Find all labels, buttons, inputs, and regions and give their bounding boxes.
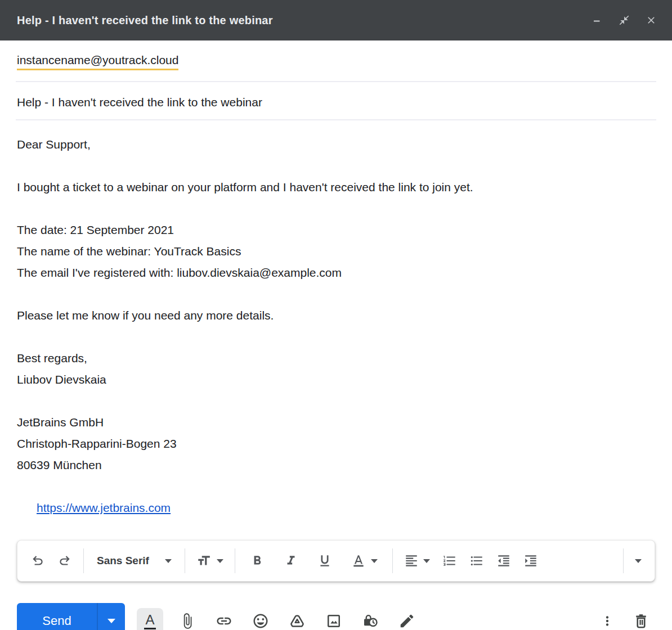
send-button[interactable]: Send [17, 603, 97, 630]
minimize-icon[interactable] [591, 14, 603, 26]
discard-draft-button[interactable] [628, 608, 654, 630]
insert-link-button[interactable] [210, 608, 237, 630]
font-family-menu[interactable]: Sans Serif [89, 546, 180, 575]
undo-button[interactable] [24, 546, 51, 575]
body-text-line: I bought a ticket to a webinar on your p… [17, 177, 655, 198]
more-formatting-button[interactable] [629, 546, 648, 575]
body-text-line: The email I've registered with: liubov.d… [17, 262, 655, 284]
body-text-line: Dear Support, [17, 134, 655, 155]
bold-button[interactable] [240, 546, 274, 575]
text-color-icon [351, 554, 366, 568]
toolbar-divider [83, 548, 84, 573]
indent-more-button[interactable] [517, 546, 544, 575]
chevron-down-icon [217, 559, 223, 563]
indent-less-button[interactable] [490, 546, 517, 575]
formatting-toolbar: Sans Serif [17, 540, 655, 582]
text-size-menu[interactable] [190, 546, 230, 575]
insert-photo-button[interactable] [320, 608, 347, 630]
underline-icon [317, 554, 332, 568]
chevron-down-icon [165, 559, 172, 563]
attach-file-button[interactable] [174, 608, 200, 630]
exit-fullscreen-icon[interactable] [618, 14, 630, 26]
text-size-icon [196, 554, 211, 568]
insert-signature-icon [398, 613, 415, 629]
body-text-line: The name of the webinar: YouTrack Basics [17, 241, 655, 262]
redo-icon [57, 554, 72, 568]
send-options-button[interactable] [97, 603, 125, 630]
text-color-button[interactable] [342, 546, 387, 575]
more-options-button[interactable] [594, 608, 620, 630]
formatting-options-icon: A [144, 613, 155, 629]
body-text-line: Liubov Dievskaia [17, 369, 655, 390]
send-split-button: Send [17, 603, 125, 630]
body-text-line: 80639 München [17, 454, 655, 476]
confidential-mode-button[interactable] [357, 608, 383, 630]
undo-icon [30, 554, 45, 568]
text-style-group [240, 546, 387, 575]
toolbar-divider [185, 548, 185, 573]
body-text-line [17, 284, 655, 305]
redo-button[interactable] [51, 546, 78, 575]
discard-draft-icon [633, 613, 649, 629]
attach-file-icon [179, 613, 196, 629]
italic-icon [284, 554, 298, 568]
message-body[interactable]: Dear Support, I bought a ticket to a web… [0, 120, 672, 540]
close-icon[interactable] [645, 14, 657, 26]
chevron-down-icon [423, 559, 430, 563]
body-text-line: Please let me know if you need any more … [17, 305, 655, 326]
action-bar: Send A [0, 603, 672, 630]
signature-link[interactable]: https://www.jetbrains.com [37, 501, 171, 514]
send-options-icon [107, 619, 115, 623]
font-family-label: Sans Serif [97, 555, 149, 567]
toolbar-divider [392, 548, 393, 573]
italic-button[interactable] [274, 546, 308, 575]
body-text-line: Best regards, [17, 348, 655, 369]
insert-drive-file-icon [289, 613, 306, 629]
bulleted-list-icon [469, 554, 484, 568]
toolbar-end-group [618, 546, 648, 575]
numbered-list-button[interactable] [436, 546, 463, 575]
align-menu[interactable] [398, 546, 436, 575]
compose-window: Help - I haven't received the link to th… [0, 0, 672, 630]
bulleted-list-button[interactable] [463, 546, 490, 575]
compose-titlebar[interactable]: Help - I haven't received the link to th… [0, 0, 672, 40]
formatting-options-button[interactable]: A [137, 608, 163, 630]
body-text-line [17, 198, 655, 219]
body-text-line: JetBrains GmbH [17, 412, 655, 433]
bold-icon [250, 554, 265, 568]
body-text-line: Christoph-Rapparini-Bogen 23 [17, 433, 655, 454]
recipient-field[interactable]: instancename@youtrack.cloud [0, 40, 672, 70]
subject-value: Help - I haven't received the link to th… [17, 96, 262, 109]
window-controls [591, 14, 657, 26]
align-icon [404, 554, 419, 568]
confidential-mode-icon [362, 613, 379, 629]
more-formatting-icon [635, 559, 642, 563]
signature-link-line: https://www.jetbrains.com [17, 476, 655, 540]
toolbar-divider [623, 548, 624, 573]
underline-button[interactable] [308, 546, 342, 575]
toolbar-divider [235, 548, 235, 573]
body-text-line [17, 155, 655, 177]
insert-link-icon [216, 613, 232, 629]
indent-less-icon [496, 554, 511, 568]
indent-more-icon [523, 554, 538, 568]
recipient-value[interactable]: instancename@youtrack.cloud [17, 53, 178, 70]
body-text-line [17, 390, 655, 412]
subject-field[interactable]: Help - I haven't received the link to th… [0, 82, 672, 119]
numbered-list-icon [442, 554, 457, 568]
window-title: Help - I haven't received the link to th… [17, 14, 591, 27]
body-text: Dear Support, I bought a ticket to a web… [17, 134, 655, 476]
chevron-down-icon [371, 559, 378, 563]
more-options-icon [600, 614, 615, 628]
insert-signature-button[interactable] [393, 608, 420, 630]
insert-emoji-button[interactable] [247, 608, 274, 630]
insert-drive-file-button[interactable] [284, 608, 310, 630]
insert-photo-icon [325, 613, 342, 629]
insert-emoji-icon [252, 613, 269, 629]
body-text-line: The date: 21 September 2021 [17, 219, 655, 241]
body-text-line [17, 326, 655, 348]
